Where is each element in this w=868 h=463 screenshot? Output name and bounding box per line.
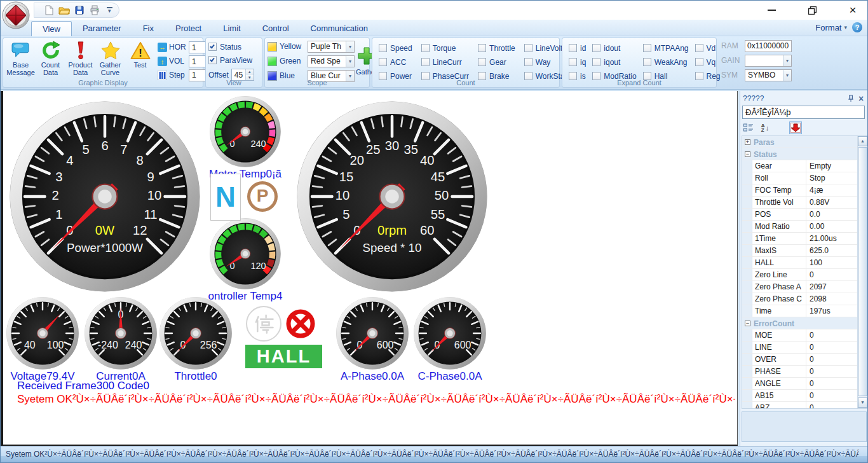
checkbox-acc[interactable]: ACC bbox=[379, 57, 412, 67]
scroll-thumb[interactable] bbox=[858, 147, 867, 396]
category-row-errorcount[interactable]: −ErrorCount bbox=[742, 317, 858, 329]
tab-control[interactable]: Control bbox=[252, 21, 300, 36]
parameter-search-input[interactable] bbox=[742, 106, 865, 119]
property-row[interactable]: POS0.0 bbox=[742, 209, 858, 221]
base-message-button[interactable]: Base Message bbox=[6, 39, 36, 81]
checkbox-vd[interactable]: Vd bbox=[695, 43, 721, 53]
tab-communication[interactable]: Communication bbox=[300, 21, 379, 36]
spin-up-icon[interactable]: ▲ bbox=[246, 69, 254, 75]
category-row-paras[interactable]: +Paras bbox=[742, 136, 858, 148]
property-row[interactable]: HALL100 bbox=[742, 257, 858, 269]
count-data-button[interactable]: Count Data bbox=[36, 39, 65, 81]
green-swatch[interactable] bbox=[268, 57, 277, 66]
panel-scrollbar[interactable]: ▲ ▼ bbox=[857, 136, 867, 408]
yellow-curve-dropdown[interactable]: Puple Th▾ bbox=[308, 41, 355, 53]
checkbox-linecurr[interactable]: LineCurr bbox=[421, 57, 469, 67]
checkbox-box[interactable] bbox=[421, 58, 430, 66]
category-row-status[interactable]: −Status bbox=[742, 148, 858, 160]
checkbox-box[interactable] bbox=[208, 56, 217, 64]
checkbox-id[interactable]: id bbox=[569, 43, 586, 53]
test-button[interactable]: !Test bbox=[125, 39, 155, 81]
property-row[interactable]: 1Time21.00us bbox=[742, 233, 858, 245]
property-row[interactable]: LINE0 bbox=[742, 342, 858, 354]
property-row[interactable]: Zero Phase A2097 bbox=[742, 281, 858, 293]
gather-curve-button[interactable]: Gather Curve bbox=[95, 39, 125, 81]
checkbox-box[interactable] bbox=[643, 44, 651, 52]
checkbox-way[interactable]: Way bbox=[524, 57, 567, 67]
product-data-button[interactable]: Product Data bbox=[65, 39, 95, 81]
checkbox-box[interactable] bbox=[695, 58, 703, 66]
property-row[interactable]: FOC Temp4¡æ bbox=[742, 184, 858, 197]
checkbox-box[interactable] bbox=[208, 43, 217, 51]
checkbox-box[interactable] bbox=[592, 58, 600, 66]
expand-icon[interactable]: + bbox=[745, 139, 750, 145]
collapse-icon[interactable]: − bbox=[745, 321, 750, 326]
help-icon[interactable]: ? bbox=[852, 22, 862, 32]
ram-input[interactable] bbox=[745, 40, 792, 52]
tab-parameter[interactable]: Parameter bbox=[72, 21, 132, 36]
sort-az-icon[interactable]: AZ↓ bbox=[759, 121, 771, 134]
open-file-icon[interactable] bbox=[58, 4, 70, 16]
checkbox-weakang[interactable]: WeakAng bbox=[643, 57, 689, 67]
checkbox-paraview[interactable]: ParaView bbox=[208, 55, 259, 65]
minimize-button[interactable] bbox=[762, 3, 781, 17]
tab-view[interactable]: View bbox=[31, 21, 72, 36]
property-row[interactable]: AB150 bbox=[742, 390, 858, 402]
format-menu[interactable]: Format▾ bbox=[815, 23, 847, 32]
save-file-icon[interactable] bbox=[74, 4, 85, 16]
checkbox-mtpaang[interactable]: MTPAAng bbox=[643, 43, 689, 53]
app-menu-button[interactable] bbox=[2, 1, 30, 29]
property-row[interactable]: Zero Line0 bbox=[742, 269, 858, 281]
collapse-icon[interactable]: − bbox=[745, 151, 750, 157]
property-row[interactable]: GearEmpty bbox=[742, 160, 858, 172]
checkbox-box[interactable] bbox=[524, 44, 532, 52]
property-row[interactable]: Zero Phase C2098 bbox=[742, 293, 858, 305]
gain-dropdown[interactable]: ▾ bbox=[745, 55, 792, 67]
property-row[interactable]: MaxIS625.0 bbox=[742, 245, 858, 257]
checkbox-box[interactable] bbox=[478, 44, 486, 52]
tab-limit[interactable]: Limit bbox=[212, 21, 251, 36]
close-button[interactable]: × bbox=[843, 3, 862, 17]
download-params-icon[interactable] bbox=[789, 121, 802, 134]
checkbox-vq[interactable]: Vq bbox=[695, 57, 721, 67]
checkbox-iq[interactable]: iq bbox=[569, 57, 586, 67]
checkbox-box[interactable] bbox=[695, 44, 703, 52]
new-doc-icon[interactable] bbox=[43, 4, 55, 16]
checkbox-speed[interactable]: Speed bbox=[379, 43, 412, 53]
checkbox-status[interactable]: Status bbox=[208, 42, 259, 52]
restore-button[interactable] bbox=[803, 3, 822, 17]
pin-icon[interactable] bbox=[846, 93, 856, 104]
checkbox-box[interactable] bbox=[478, 58, 486, 66]
checkbox-iqout[interactable]: iqout bbox=[592, 57, 636, 67]
checkbox-box[interactable] bbox=[379, 58, 387, 66]
checkbox-box[interactable] bbox=[569, 58, 577, 66]
checkbox-box[interactable] bbox=[524, 58, 532, 66]
panel-close-icon[interactable]: × bbox=[856, 93, 866, 104]
checkbox-torque[interactable]: Torque bbox=[421, 43, 469, 53]
property-row[interactable]: RollStop bbox=[742, 172, 858, 184]
categorize-icon[interactable] bbox=[742, 121, 755, 134]
qat-customize-icon[interactable]: ▾ bbox=[107, 7, 112, 13]
yellow-swatch[interactable] bbox=[268, 42, 277, 52]
property-row[interactable]: Mod Ratio0.00 bbox=[742, 221, 858, 233]
checkbox-gear[interactable]: Gear bbox=[478, 57, 515, 67]
property-row[interactable]: Throttle Vol0.88V bbox=[742, 197, 858, 209]
property-row[interactable]: ANGLE0 bbox=[742, 378, 858, 390]
scroll-up-icon[interactable]: ▲ bbox=[858, 136, 867, 146]
property-row[interactable]: OVER0 bbox=[742, 354, 858, 366]
tab-protect[interactable]: Protect bbox=[165, 21, 212, 36]
property-row[interactable]: Time197us bbox=[742, 305, 858, 317]
checkbox-box[interactable] bbox=[569, 44, 577, 52]
property-row[interactable]: ABZ0 bbox=[742, 402, 858, 409]
print-icon[interactable] bbox=[89, 4, 100, 16]
property-row[interactable]: MOE0 bbox=[742, 329, 858, 342]
checkbox-box[interactable] bbox=[421, 44, 430, 52]
checkbox-linevolt[interactable]: LineVolt bbox=[524, 43, 567, 53]
property-row[interactable]: PHASE0 bbox=[742, 366, 858, 378]
sym-dropdown[interactable]: SYMBO▾ bbox=[745, 69, 792, 81]
checkbox-box[interactable] bbox=[592, 44, 600, 52]
tab-fix[interactable]: Fix bbox=[132, 21, 165, 36]
checkbox-box[interactable] bbox=[379, 44, 387, 52]
checkbox-throttle[interactable]: Throttle bbox=[478, 43, 515, 53]
checkbox-idout[interactable]: idout bbox=[592, 43, 636, 53]
